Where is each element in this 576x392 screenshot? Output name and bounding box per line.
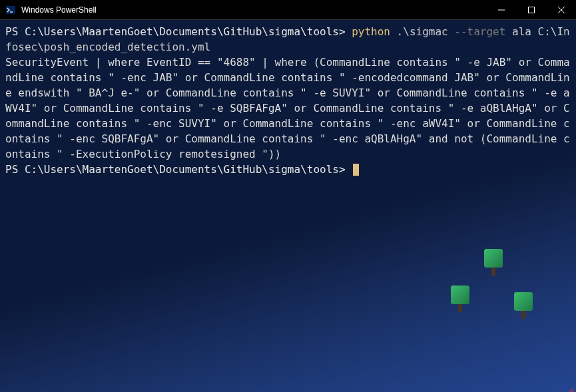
maximize-button[interactable] [516, 0, 546, 20]
terminal-line: PS C:\Users\MaartenGoet\Documents\GitHub… [5, 162, 571, 177]
scroll-indicator-icon[interactable] [567, 383, 575, 391]
svg-rect-3 [528, 7, 534, 13]
terminal-content[interactable]: PS C:\Users\MaartenGoet\Documents\GitHub… [0, 20, 576, 392]
terminal-line: PS C:\Users\MaartenGoet\Documents\GitHub… [5, 24, 571, 55]
command-script: .\sigmac [397, 25, 455, 38]
tree-icon [483, 249, 504, 278]
prompt-text: PS C:\Users\MaartenGoet\Documents\GitHub… [5, 163, 352, 176]
window-title: Windows PowerShell [21, 5, 97, 15]
prompt-text: PS C:\Users\MaartenGoet\Documents\GitHub… [5, 25, 352, 38]
titlebar-left: Windows PowerShell [5, 5, 97, 15]
terminal-output: SecurityEvent | where EventID == "4688" … [5, 55, 571, 162]
window-controls [486, 0, 576, 19]
tree-icon [449, 286, 471, 315]
powershell-icon [5, 5, 16, 15]
tree-icon [513, 292, 534, 321]
window-titlebar: Windows PowerShell [0, 0, 576, 20]
svg-rect-0 [6, 6, 15, 14]
minimize-button[interactable] [486, 0, 516, 20]
command-executable: python [352, 25, 396, 38]
background-trees [420, 249, 539, 329]
cursor [353, 164, 359, 176]
command-flag: --target [454, 25, 512, 38]
close-button[interactable] [546, 0, 576, 20]
